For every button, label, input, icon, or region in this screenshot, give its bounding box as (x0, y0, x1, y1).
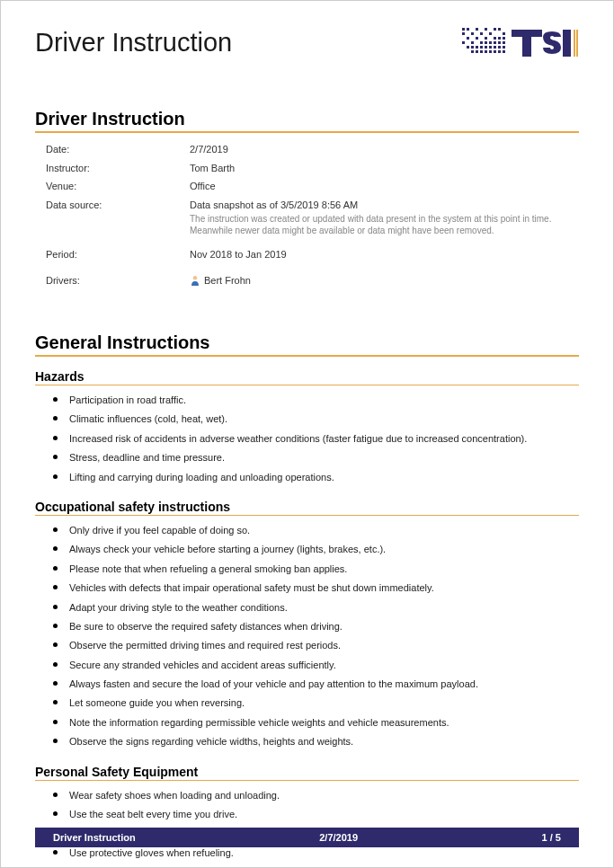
svg-rect-14 (494, 37, 496, 40)
meta-row-drivers: Drivers: Bert Frohn (46, 273, 579, 288)
document-title: Driver Instruction (35, 28, 232, 58)
svg-rect-3 (485, 28, 487, 31)
svg-rect-39 (494, 50, 496, 53)
svg-point-45 (193, 276, 197, 279)
meta-value: Office (190, 179, 579, 194)
svg-rect-41 (503, 50, 505, 53)
svg-rect-12 (476, 37, 478, 40)
svg-rect-23 (498, 41, 501, 44)
meta-value: Tom Barth (190, 161, 579, 176)
svg-rect-20 (485, 41, 487, 44)
svg-rect-34 (471, 50, 474, 53)
meta-row-instructor: Instructor: Tom Barth (46, 161, 579, 176)
list-item: Observe the permitted driving times and … (60, 636, 579, 655)
occupational-safety-list: Only drive if you feel capable of doing … (35, 521, 579, 752)
meta-label: Date: (46, 142, 190, 157)
svg-rect-31 (494, 46, 496, 49)
list-item: Secure any stranded vehicles and acciden… (60, 656, 579, 675)
list-item: Only drive if you feel capable of doing … (60, 521, 579, 540)
svg-rect-10 (503, 32, 505, 35)
meta-label: Drivers: (46, 273, 190, 288)
list-item: Adapt your driving style to the weather … (60, 598, 579, 617)
svg-rect-2 (476, 28, 478, 31)
meta-value: Nov 2018 to Jan 2019 (190, 247, 579, 262)
meta-label: Venue: (46, 179, 190, 194)
datasource-value: Data snapshot as of 3/5/2019 8:56 AM (190, 198, 579, 213)
occupational-safety-title: Occupational safety instructions (35, 500, 579, 516)
svg-rect-37 (485, 50, 487, 53)
person-icon (190, 275, 200, 286)
svg-rect-4 (494, 28, 496, 31)
svg-rect-22 (494, 41, 496, 44)
meta-label: Instructor: (46, 161, 190, 176)
list-item: Be sure to observe the required safety d… (60, 617, 579, 636)
svg-rect-7 (471, 32, 474, 35)
svg-rect-24 (503, 41, 505, 44)
tsi-logo-icon (462, 28, 579, 64)
svg-rect-1 (467, 28, 469, 31)
svg-rect-36 (480, 50, 483, 53)
svg-rect-43 (574, 30, 575, 57)
svg-rect-0 (462, 28, 465, 31)
meta-label: Period: (46, 247, 190, 262)
svg-rect-33 (503, 46, 505, 49)
svg-rect-6 (462, 32, 465, 35)
list-item: Always fasten and secure the load of you… (60, 675, 579, 694)
list-item: Please note that when refueling a genera… (60, 560, 579, 579)
meta-row-period: Period: Nov 2018 to Jan 2019 (46, 247, 579, 262)
list-item: Always check your vehicle before startin… (60, 540, 579, 559)
list-item: Climatic influences (cold, heat, wet). (60, 410, 579, 429)
svg-rect-26 (471, 46, 474, 49)
hazards-title: Hazards (35, 369, 579, 385)
meta-label: Data source: (46, 198, 190, 237)
svg-rect-15 (498, 37, 501, 40)
list-item: Use the seat belt every time you drive. (60, 805, 579, 824)
driver-name: Bert Frohn (204, 275, 251, 286)
svg-rect-42 (563, 30, 571, 57)
list-item: Increased risk of accidents in adverse w… (60, 430, 579, 448)
meta-value: Bert Frohn (190, 273, 579, 288)
list-item: Lifting and carrying during loading and … (60, 468, 579, 487)
svg-rect-16 (503, 37, 505, 40)
svg-rect-17 (462, 41, 465, 44)
list-item: Participation in road traffic. (60, 391, 579, 410)
list-item: Let someone guide you when reversing. (60, 694, 579, 713)
svg-rect-19 (480, 41, 483, 44)
svg-rect-28 (480, 46, 483, 49)
page-body: Driver Instruction (1, 1, 613, 863)
svg-rect-40 (498, 50, 501, 53)
svg-rect-32 (498, 46, 501, 49)
svg-rect-9 (489, 32, 492, 35)
list-item: Note the information regarding permissib… (60, 713, 579, 732)
list-item: Wear safety shoes when loading and unloa… (60, 786, 579, 805)
svg-rect-21 (489, 41, 492, 44)
svg-rect-18 (471, 41, 474, 44)
section-driver-instruction-title: Driver Instruction (35, 109, 579, 133)
svg-rect-38 (489, 50, 492, 53)
svg-rect-25 (467, 46, 469, 49)
hazards-list: Participation in road traffic. Climatic … (35, 391, 579, 487)
svg-rect-35 (476, 50, 478, 53)
svg-rect-8 (480, 32, 483, 35)
svg-rect-13 (485, 37, 487, 40)
meta-row-venue: Venue: Office (46, 179, 579, 194)
datasource-note: The instruction was created or updated w… (190, 213, 579, 236)
meta-value: 2/7/2019 (190, 142, 579, 157)
meta-row-date: Date: 2/7/2019 (46, 142, 579, 157)
footer-page-number: 1 / 5 (542, 832, 561, 843)
svg-rect-29 (485, 46, 487, 49)
list-item: Stress, deadline and time pressure. (60, 448, 579, 467)
footer-title: Driver Instruction (53, 832, 136, 843)
svg-rect-5 (498, 28, 501, 31)
svg-rect-27 (476, 46, 478, 49)
svg-rect-11 (467, 37, 469, 40)
svg-rect-44 (576, 30, 578, 57)
page-footer: Driver Instruction 2/7/2019 1 / 5 (35, 828, 579, 847)
personal-safety-equipment-title: Personal Safety Equipment (35, 765, 579, 781)
footer-date: 2/7/2019 (319, 832, 358, 843)
page-header: Driver Instruction (35, 28, 579, 64)
metadata-block: Date: 2/7/2019 Instructor: Tom Barth Ven… (35, 142, 579, 288)
meta-value: Data snapshot as of 3/5/2019 8:56 AM The… (190, 198, 579, 237)
list-item: Observe the signs regarding vehicle widt… (60, 732, 579, 751)
svg-rect-30 (489, 46, 492, 49)
